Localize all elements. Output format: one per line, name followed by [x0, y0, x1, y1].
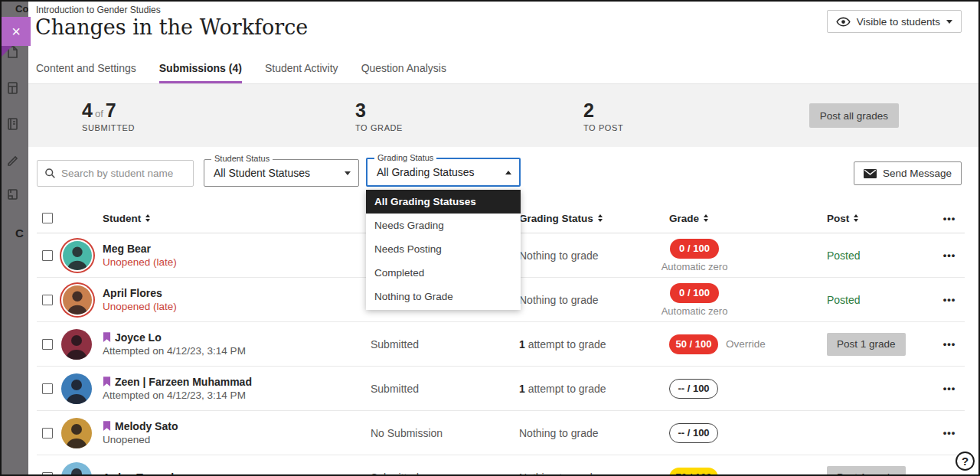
visibility-label: Visible to students [857, 16, 940, 28]
column-header-grading-status[interactable]: Grading Status [519, 213, 669, 224]
override-label: Override [726, 338, 766, 350]
notebook-icon[interactable] [5, 117, 19, 131]
dropdown-item-all-grading-statuses[interactable]: All Grading Statuses [366, 190, 521, 214]
post-grade-button[interactable]: Post 1 grade [827, 466, 906, 476]
grading-status-label: Grading Status [374, 153, 436, 162]
dropdown-item-nothing-to-grade[interactable]: Nothing to Grade [366, 285, 521, 308]
student-name[interactable]: Melody Sato [103, 420, 371, 432]
pencil-icon[interactable] [5, 153, 19, 167]
row-checkbox[interactable] [42, 295, 53, 305]
row-options-menu[interactable]: ••• [934, 471, 965, 476]
stat-to-post: 2 TO POST [583, 99, 623, 132]
send-message-button[interactable]: Send Message [854, 161, 962, 185]
row-checkbox[interactable] [42, 472, 53, 476]
grading-status-value: All Grading Statuses [377, 166, 475, 178]
bookmark-flag-icon[interactable] [103, 421, 111, 432]
submitted-count: 4 [82, 99, 93, 121]
sort-icon [854, 214, 858, 222]
grading-status-select[interactable]: Grading Status All Grading Statuses [366, 158, 521, 187]
grade-pill[interactable]: -- / 100 [669, 423, 718, 443]
chevron-up-icon [505, 171, 511, 174]
student-status-note: Attempted on 4/12/23, 3:14 PM [103, 345, 371, 357]
avatar[interactable] [63, 241, 92, 270]
row-checkbox[interactable] [42, 250, 53, 261]
avatar[interactable] [63, 285, 92, 315]
student-status-note: Attempted on 4/12/23, 3:14 PM [103, 390, 371, 401]
column-header-post[interactable]: Post [822, 213, 934, 224]
submission-status: Submitted [371, 383, 519, 395]
row-options-menu[interactable]: ••• [934, 249, 965, 261]
grade-pill[interactable]: 70 / 100 [669, 468, 718, 476]
to-post-label: TO POST [583, 123, 623, 132]
tab-content-and-settings[interactable]: Content and Settings [36, 54, 136, 83]
student-name[interactable]: April Flores [103, 287, 371, 299]
to-grade-count: 3 [355, 99, 403, 122]
clipped-panel-text-bottom: C [15, 227, 24, 240]
grade-pill[interactable]: 0 / 100 [670, 239, 719, 259]
post-all-grades-button[interactable]: Post all grades [809, 103, 899, 128]
envelope-icon [864, 169, 877, 178]
row-checkbox[interactable] [42, 383, 53, 394]
grade-note: Automatic zero [662, 305, 728, 317]
row-checkbox[interactable] [42, 428, 53, 439]
send-message-label: Send Message [883, 168, 952, 179]
grade-pill[interactable]: -- / 100 [669, 379, 718, 399]
student-name[interactable]: Meg Bear [103, 243, 371, 255]
post-grade-button[interactable]: Post 1 grade [827, 333, 906, 356]
help-icon[interactable]: ? [956, 452, 975, 471]
grading-status: Nothing to grade [519, 471, 669, 476]
post-status: Posted [822, 294, 934, 306]
row-options-menu[interactable]: ••• [934, 338, 965, 350]
grading-status: Nothing to grade [519, 427, 669, 439]
breadcrumb: Introduction to Gender Studies [36, 5, 161, 15]
submission-status: Submitted [371, 338, 519, 350]
student-status-note: Unopened (late) [103, 301, 371, 312]
table-row: Zeen | Farzeen MuhammadAttempted on 4/12… [37, 367, 965, 411]
avatar[interactable] [61, 418, 92, 448]
sort-icon [704, 214, 708, 222]
dropdown-item-needs-grading[interactable]: Needs Grading [366, 214, 521, 237]
student-status-select[interactable]: Student Status All Student Statuses [204, 159, 359, 187]
close-panel-button[interactable]: × [2, 17, 31, 46]
close-button-fold [2, 46, 12, 57]
grade-note: Automatic zero [662, 261, 728, 272]
row-options-menu[interactable]: ••• [934, 383, 965, 394]
bookmark-flag-icon[interactable] [103, 332, 111, 343]
row-options-menu[interactable]: ••• [934, 427, 965, 439]
select-all-checkbox[interactable] [42, 213, 53, 223]
column-header-student[interactable]: Student [98, 213, 371, 224]
table-row: Joyce LoAttempted on 4/12/23, 3:14 PM Su… [37, 322, 965, 367]
tab-question-analysis[interactable]: Question Analysis [361, 54, 446, 83]
row-options-menu[interactable]: ••• [934, 294, 965, 305]
tab-student-activity[interactable]: Student Activity [265, 54, 338, 83]
calculator-icon[interactable] [5, 81, 19, 95]
student-status-label: Student Status [211, 154, 273, 163]
submission-status: Submitted [371, 471, 519, 476]
grade-pill[interactable]: 0 / 100 [670, 283, 719, 303]
table-options-menu[interactable]: ••• [934, 213, 965, 224]
avatar[interactable] [61, 373, 92, 404]
visibility-dropdown-button[interactable]: Visible to students [827, 10, 962, 33]
dropdown-item-needs-posting[interactable]: Needs Posting [366, 237, 521, 261]
post-status: Posted [822, 249, 934, 262]
clipped-panel-text: Co [15, 3, 28, 15]
sort-icon [598, 214, 603, 222]
student-status-value: All Student Statuses [214, 167, 310, 179]
dropdown-item-completed[interactable]: Completed [366, 261, 521, 285]
grading-status-dropdown-menu: All Grading Statuses Needs Grading Needs… [366, 190, 521, 310]
student-name[interactable]: Arden Tuomala [103, 471, 371, 476]
avatar[interactable] [61, 462, 92, 476]
row-checkbox[interactable] [42, 339, 53, 350]
tab-bar: Content and Settings Submissions (4) Stu… [28, 54, 978, 84]
to-post-count: 2 [583, 99, 623, 122]
column-header-grade[interactable]: Grade [669, 213, 822, 224]
bookmark-flag-icon[interactable] [103, 377, 111, 387]
grade-pill[interactable]: 50 / 100 [669, 334, 718, 354]
avatar[interactable] [61, 329, 92, 360]
table-row: Melody SatoUnopened No Submission Nothin… [37, 411, 965, 455]
student-name[interactable]: Joyce Lo [103, 331, 371, 344]
student-name[interactable]: Zeen | Farzeen Muhammad [103, 376, 371, 388]
tab-submissions[interactable]: Submissions (4) [159, 54, 242, 83]
search-input[interactable] [61, 168, 186, 179]
gradebook-icon[interactable] [5, 187, 19, 201]
